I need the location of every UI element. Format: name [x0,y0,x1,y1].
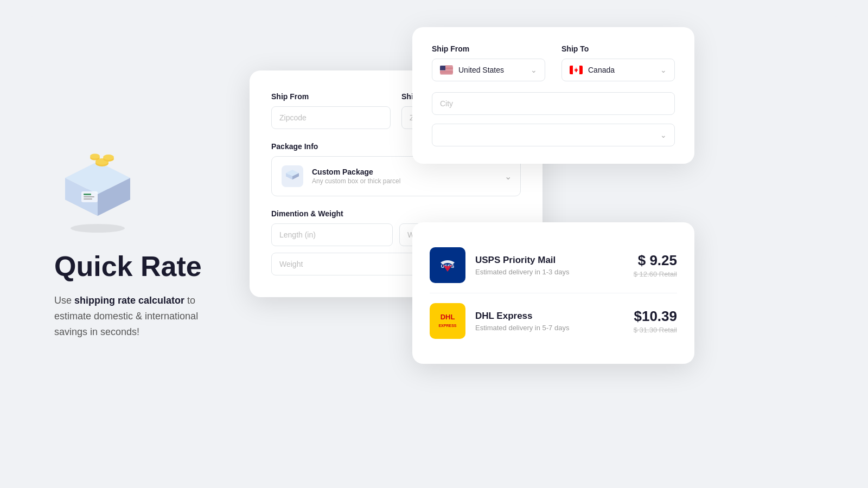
hero-description: Use shipping rate calculator to estimate… [54,293,228,339]
desc-bold: shipping rate calculator [74,295,184,306]
city-input[interactable] [432,92,675,115]
results-card: USPS USPS Priority Mail Estimated delive… [412,222,694,364]
us-flag-icon [440,66,453,74]
usps-name: USPS Priority Mail [475,255,624,266]
dim-weight-label: Dimention & Weight [271,209,521,218]
svg-rect-6 [84,194,91,195]
length-input[interactable] [271,223,393,246]
usps-eta: Estimated delivery in 1-3 days [475,268,624,276]
usps-retail: $ 12.60 Retail [634,270,677,278]
svg-rect-8 [84,198,92,200]
ship-to-country-dropdown[interactable]: Canada ⌄ [561,59,675,81]
svg-text:EXPRESS: EXPRESS [438,324,456,328]
usps-price: $ 9.25 [634,252,677,269]
package-sub: Any custom box or thick parcel [312,177,497,185]
desc-prefix: Use [54,295,74,306]
svg-point-14 [90,154,100,159]
dhl-price-col: $10.39 $ 31.30 Retail [634,308,677,334]
ca-flag-icon [570,66,583,74]
svg-rect-30 [579,66,583,74]
usps-logo: USPS [430,247,465,283]
svg-text:DHL: DHL [441,313,455,321]
svg-rect-24 [440,70,453,71]
dhl-price: $10.39 [634,308,677,325]
ship-from-label: Ship From [271,92,391,101]
svg-rect-29 [570,66,573,74]
hero-illustration [54,148,141,235]
package-chevron-icon: ⌄ [505,171,512,182]
svg-rect-7 [84,196,94,197]
rate-item-usps: USPS USPS Priority Mail Estimated delive… [430,237,677,293]
intl-extra-dropdown[interactable]: ⌄ [432,124,675,146]
dhl-info: DHL Express Estimated delivery in 5-7 da… [475,311,624,332]
svg-point-0 [71,224,125,233]
ship-from-country-dropdown[interactable]: United States ⌄ [432,59,545,81]
ship-to-chevron-icon: ⌄ [660,66,667,74]
dhl-logo: DHL EXPRESS [430,303,465,339]
ship-from-country-name: United States [458,66,525,74]
usps-price-col: $ 9.25 $ 12.60 Retail [634,252,677,278]
rate-item-dhl: DHL EXPRESS DHL Express Estimated delive… [430,293,677,349]
dhl-eta: Estimated delivery in 5-7 days [475,324,624,332]
international-form-card: Ship From [412,27,694,164]
dhl-retail: $ 31.30 Retail [634,326,677,334]
svg-rect-26 [440,73,453,74]
svg-rect-25 [440,72,453,72]
left-section: Quick Rate Use shipping rate calculator … [22,126,250,362]
svg-rect-32 [576,70,577,72]
usps-info: USPS Priority Mail Estimated delivery in… [475,255,624,276]
ship-from-zipcode[interactable] [271,106,391,129]
cards-area: Ship From Ship To Package Info [250,16,846,472]
ship-to-country-name: Canada [588,66,655,74]
svg-point-12 [103,155,114,160]
dhl-name: DHL Express [475,311,624,322]
intl-dropdown-chevron-icon: ⌄ [660,131,667,139]
svg-rect-27 [440,66,445,70]
hero-title: Quick Rate [54,251,228,282]
svg-rect-35 [435,309,460,333]
package-name: Custom Package [312,168,497,176]
intl-ship-to-label: Ship To [561,44,675,53]
ship-from-chevron-icon: ⌄ [531,66,537,74]
package-icon [280,164,304,188]
intl-ship-from-label: Ship From [432,44,545,53]
